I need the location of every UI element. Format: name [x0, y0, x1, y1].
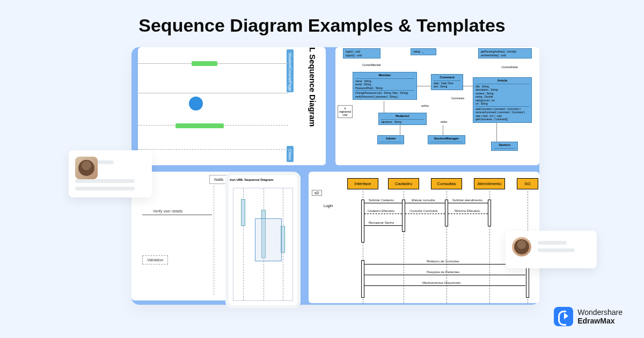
message-arrow: [364, 275, 525, 275]
message-arrow: [364, 203, 402, 203]
message-label: Recuperar Senha: [369, 221, 394, 224]
uml-class-admin: Admin: [377, 135, 404, 144]
message-label: Efetuar consulta: [412, 199, 435, 202]
uml-rel-label: editor: [441, 120, 448, 123]
lifeline: [214, 186, 214, 295]
lifeline: [138, 93, 288, 93]
template-canvas: L Sequence Diagram StudentCoursePage Cla…: [131, 47, 539, 305]
uml-class-member: Member name : String email : String Pass…: [353, 72, 417, 100]
template-card-sequence-pt[interactable]: sD Login Interface Cadastro Consultas At…: [309, 172, 539, 303]
uml-class-sectionmgr: SectionManager: [428, 135, 465, 144]
lifeline: [138, 149, 288, 150]
lifeline-head: Atendimento: [474, 178, 505, 189]
message-arrow: [364, 285, 525, 286]
brand-line1: Wondershare: [577, 308, 623, 317]
uml-actor: A registered user: [338, 105, 353, 118]
fragment: [255, 218, 282, 261]
edrawmax-icon: [554, 307, 573, 326]
message-arrow: [405, 203, 445, 203]
brand-line2: EdrawMax: [577, 317, 623, 325]
page-title: Sequence Diagram Examples & Templates: [0, 0, 644, 36]
message-arrow: [364, 264, 525, 264]
uml-class-article: Article title : String description : Str…: [473, 77, 532, 123]
uml-class: rating : _: [411, 48, 436, 55]
activation-bar: [402, 200, 405, 232]
panel4-title: tion UML Sequence Diagram: [230, 178, 296, 181]
message-label: Verify user details: [153, 209, 182, 213]
lifeline-head: Cadastro: [388, 178, 419, 189]
uml-rel-label: author: [421, 104, 429, 107]
uml-rel-label: Comments: [451, 97, 464, 100]
template-card-sequence-rotated[interactable]: L Sequence Diagram StudentCoursePage Cla…: [138, 47, 326, 165]
message-label: Pesquisa de Pacientes: [427, 270, 459, 274]
avatar: [75, 157, 98, 179]
lifeline-label: Class: [287, 146, 294, 162]
activation-bar: [241, 199, 245, 226]
placeholder-line: [538, 241, 567, 245]
message-label: Retorno Efetuado: [455, 209, 480, 212]
return-arrow: [448, 214, 488, 214]
uml-class-section: Section: [491, 142, 518, 151]
activation-bar: [361, 260, 364, 298]
actor-label: Login: [324, 204, 333, 208]
message-label: Consulta Concluida: [409, 209, 437, 212]
message-arrow: [364, 225, 402, 226]
fragment-label: Validation: [142, 255, 168, 264]
lifeline-head: Consultas: [431, 178, 462, 189]
message-label: Relatorio de Consultas: [427, 260, 459, 263]
uml-class-comment: Comment date : Date.Time text : String: [431, 74, 463, 90]
template-card-phone[interactable]: tion UML Sequence Diagram: [225, 172, 301, 308]
user-card: [69, 150, 152, 197]
uml-class: login() : void logout() : void: [343, 48, 380, 58]
message-label: Medicamentos Disponiveis: [422, 281, 460, 284]
uml-class-redactor: Redactor signature : String: [378, 113, 427, 125]
template-card-class-diagram[interactable]: login() : void logout() : void rating : …: [335, 47, 539, 165]
user-card: [506, 231, 597, 268]
lifeline-head: SG: [517, 178, 538, 189]
avatar: [512, 237, 531, 256]
uml-label: CurrentMember: [362, 63, 381, 67]
placeholder-line: [75, 187, 135, 190]
panel1-title: L Sequence Diagram: [308, 47, 317, 127]
sd-label: sD: [312, 190, 322, 196]
activation-bar: [361, 200, 364, 243]
activation-bar: [445, 200, 448, 226]
activation-bar: [175, 123, 224, 128]
brand-logo: Wondershare EdrawMax: [554, 307, 623, 326]
placeholder-line: [538, 248, 575, 252]
message-label: Solicitar Cadastro: [369, 199, 394, 202]
activation-bar: [488, 200, 491, 226]
actor-icon: [189, 97, 203, 111]
uml-label: CurrentArticle: [501, 65, 518, 69]
message-arrow: [142, 215, 212, 215]
placeholder-line: [75, 179, 135, 183]
return-arrow: [405, 214, 445, 214]
activation-bar: [192, 61, 217, 66]
message-label: Solicitar atendimento: [452, 199, 482, 202]
message-arrow: [448, 203, 488, 203]
message-label: Cadastro Efetuado: [368, 209, 394, 212]
lifeline-head: Interface: [347, 178, 378, 189]
lifeline-label: StudentCoursePage: [287, 49, 294, 92]
return-arrow: [364, 214, 402, 214]
uml-class: getPendingArticles() : Article[] archive…: [478, 48, 532, 58]
